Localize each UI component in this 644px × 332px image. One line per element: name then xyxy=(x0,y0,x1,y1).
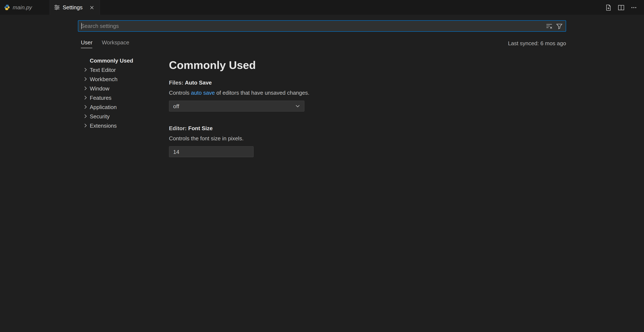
search-input[interactable] xyxy=(78,23,544,29)
scope-tabs: User Workspace xyxy=(78,39,129,48)
clear-search-icon[interactable] xyxy=(544,21,554,31)
split-editor-icon[interactable] xyxy=(616,2,626,12)
settings-body: Commonly Used Text Editor Workbench Wind… xyxy=(78,53,566,166)
chevron-right-icon xyxy=(82,122,89,129)
search-row xyxy=(78,15,566,32)
setting-description: Controls auto save of editors that have … xyxy=(169,89,566,97)
setting-editor-font-size: Editor: Font Size Controls the font size… xyxy=(169,125,566,157)
toc-item-window[interactable]: Window xyxy=(78,84,169,93)
auto-save-link[interactable]: auto save xyxy=(191,90,215,96)
toc-item-extensions[interactable]: Extensions xyxy=(78,121,169,130)
open-settings-json-icon[interactable] xyxy=(603,2,614,12)
tab-label: Settings xyxy=(63,4,85,10)
settings-sliders-icon xyxy=(53,4,60,11)
settings-search-box xyxy=(78,20,566,32)
more-actions-icon[interactable] xyxy=(629,2,639,12)
toc-item-features[interactable]: Features xyxy=(78,93,169,102)
chevron-down-icon xyxy=(294,103,301,111)
close-icon[interactable] xyxy=(88,3,96,12)
setting-label: Editor: Font Size xyxy=(169,125,566,132)
tab-label: main.py xyxy=(13,4,46,10)
auto-save-select[interactable]: off xyxy=(169,101,304,112)
toc-label: Text Editor xyxy=(90,67,116,73)
tab-main-py[interactable]: main.py xyxy=(0,0,50,15)
toc-item-security[interactable]: Security xyxy=(78,112,169,121)
toc-label: Commonly Used xyxy=(90,57,133,64)
chevron-right-icon xyxy=(82,113,89,120)
settings-editor: User Workspace Last synced: 6 mos ago Co… xyxy=(0,15,644,166)
filter-icon[interactable] xyxy=(555,21,564,31)
toc-item-text-editor[interactable]: Text Editor xyxy=(78,65,169,74)
page-title: Commonly Used xyxy=(169,59,566,71)
last-synced-label: Last synced: 6 mos ago xyxy=(508,40,566,48)
tab-workspace[interactable]: Workspace xyxy=(102,39,129,48)
editor-tab-bar: main.py Settings xyxy=(0,0,644,15)
chevron-right-icon xyxy=(82,76,89,82)
setting-label: Files: Auto Save xyxy=(169,79,566,87)
editor-actions xyxy=(603,0,644,15)
toc-label: Workbench xyxy=(90,76,118,82)
toc-item-workbench[interactable]: Workbench xyxy=(78,74,169,84)
search-actions xyxy=(544,21,566,31)
toc-label: Extensions xyxy=(90,122,117,129)
settings-toc: Commonly Used Text Editor Workbench Wind… xyxy=(78,53,169,166)
toc-label: Security xyxy=(90,113,110,119)
chevron-right-icon xyxy=(82,104,89,110)
setting-files-auto-save: Files: Auto Save Controls auto save of e… xyxy=(169,79,566,112)
scope-label: User xyxy=(81,39,92,46)
toc-label: Window xyxy=(90,85,110,92)
vscode-window: main.py Settings xyxy=(0,0,644,166)
python-icon xyxy=(4,4,10,11)
toc-label: Features xyxy=(90,94,112,101)
chevron-right-icon xyxy=(82,66,89,73)
scope-row: User Workspace Last synced: 6 mos ago xyxy=(78,38,566,48)
selected-value: off xyxy=(173,103,179,109)
toc-item-commonly-used[interactable]: Commonly Used xyxy=(78,56,169,65)
toc-item-application[interactable]: Application xyxy=(78,102,169,112)
scope-label: Workspace xyxy=(102,39,129,46)
font-size-input[interactable] xyxy=(169,146,254,157)
settings-list: Commonly Used Files: Auto Save Controls … xyxy=(169,53,566,166)
tab-user[interactable]: User xyxy=(81,39,92,48)
chevron-right-icon xyxy=(82,85,89,92)
chevron-right-icon xyxy=(82,94,89,101)
tab-settings[interactable]: Settings xyxy=(50,0,100,15)
setting-description: Controls the font size in pixels. xyxy=(169,135,566,143)
toc-label: Application xyxy=(90,104,117,110)
text-caret xyxy=(81,23,82,29)
